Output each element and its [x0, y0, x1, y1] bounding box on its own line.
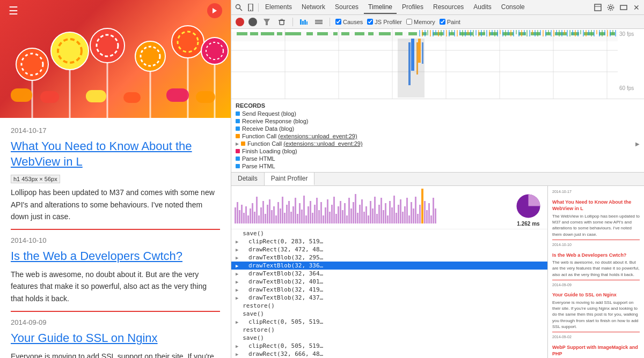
- tab-profiles[interactable]: Profiles: [398, 1, 428, 14]
- paint-cmd[interactable]: save(): [231, 334, 547, 342]
- svg-rect-173: [252, 203, 253, 223]
- bars-icon[interactable]: [298, 17, 309, 27]
- svg-rect-233: [380, 198, 382, 223]
- paint-cmd[interactable]: drawRect(32, 472, 48…: [231, 245, 547, 253]
- paint-cmd[interactable]: drawTextBlob(32, 364…: [231, 270, 547, 278]
- search-icon[interactable]: [233, 2, 244, 13]
- svg-rect-245: [406, 198, 408, 223]
- paint-cmd[interactable]: restore(): [231, 302, 547, 310]
- svg-rect-115: [492, 30, 493, 35]
- record-item[interactable]: Receive Response (blog): [231, 117, 644, 125]
- timeline-controls: Causes JS Profiler Memory Paint: [231, 15, 644, 29]
- svg-rect-98: [446, 30, 447, 36]
- tab-elements[interactable]: Elements: [261, 1, 296, 14]
- record-item[interactable]: Parse HTML: [231, 162, 644, 170]
- svg-rect-234: [383, 210, 384, 223]
- preview-panel: 2014-10-17 What You Need to Know About t…: [547, 186, 644, 358]
- paint-cmd[interactable]: clipRect(0, 505, 519…: [231, 342, 547, 350]
- post1-title[interactable]: What You Need to Know About the WebView …: [11, 139, 220, 169]
- paint-cmd-selected[interactable]: drawTextBlob(32, 336…: [231, 262, 547, 270]
- paint-cmd[interactable]: drawTextBlob(32, 419…: [231, 286, 547, 294]
- post2-title[interactable]: Is the Web a Developers Cwtch?: [11, 249, 220, 264]
- preview-title-3: Your Guide to SSL on Nginx: [552, 292, 640, 299]
- memory-checkbox[interactable]: Memory: [406, 19, 435, 25]
- close-icon[interactable]: ✕: [631, 2, 642, 13]
- svg-rect-220: [353, 202, 354, 223]
- svg-rect-105: [465, 30, 466, 36]
- svg-rect-209: [329, 212, 331, 223]
- svg-rect-133: [540, 30, 541, 35]
- nav-icon[interactable]: [211, 7, 218, 14]
- stop-button[interactable]: [248, 18, 257, 26]
- paint-cmd[interactable]: drawTextBlob(32, 295…: [231, 253, 547, 262]
- expand-arrow[interactable]: ▶: [635, 141, 640, 147]
- paint-checkbox[interactable]: Paint: [440, 19, 460, 25]
- record-color-dot: [236, 156, 240, 161]
- svg-rect-244: [404, 206, 406, 223]
- paint-cmd[interactable]: drawRect(32, 666, 48…: [231, 350, 547, 358]
- record-item[interactable]: Receive Data (blog): [231, 125, 644, 132]
- records-section: RECORDS Send Request (blog) Receive Resp…: [231, 99, 644, 172]
- svg-rect-212: [335, 214, 337, 223]
- svg-rect-192: [292, 206, 294, 223]
- dock-icon[interactable]: [592, 2, 603, 13]
- svg-marker-35: [264, 19, 270, 25]
- mobile-icon[interactable]: [245, 2, 256, 13]
- tab-timeline[interactable]: Timeline: [364, 1, 397, 14]
- paint-cmd[interactable]: save(): [231, 229, 547, 237]
- separator: [330, 18, 330, 26]
- tab-resources[interactable]: Resources: [429, 1, 468, 14]
- post3-title[interactable]: Your Guide to SSL on Nginx: [11, 331, 220, 346]
- svg-rect-151: [588, 30, 589, 35]
- hamburger-icon[interactable]: ☰: [9, 4, 18, 17]
- svg-rect-167: [239, 210, 240, 223]
- causes-checkbox[interactable]: Causes: [335, 19, 363, 25]
- svg-rect-168: [241, 205, 243, 223]
- trash-icon[interactable]: [276, 17, 287, 27]
- svg-rect-185: [277, 202, 279, 223]
- filter-icon[interactable]: [261, 17, 272, 27]
- svg-point-17: [201, 38, 228, 64]
- svg-rect-207: [325, 207, 326, 223]
- settings-icon[interactable]: [605, 2, 616, 13]
- svg-rect-124: [516, 30, 517, 34]
- svg-rect-129: [529, 30, 530, 36]
- svg-rect-172: [250, 208, 251, 223]
- tab-console[interactable]: Console: [497, 1, 529, 14]
- svg-rect-189: [286, 205, 288, 223]
- svg-rect-247: [411, 202, 412, 223]
- svg-rect-93: [433, 30, 434, 36]
- svg-rect-22: [123, 92, 141, 103]
- tab-sources[interactable]: Sources: [331, 1, 363, 14]
- paint-cmd[interactable]: clipRect(0, 505, 519…: [231, 318, 547, 326]
- svg-rect-134: [543, 30, 544, 36]
- window-icon[interactable]: [618, 2, 629, 13]
- svg-rect-237: [389, 201, 391, 223]
- paint-cmd[interactable]: drawTextBlob(32, 401…: [231, 278, 547, 286]
- paint-cmd[interactable]: clipRect(0, 283, 519…: [231, 237, 547, 245]
- svg-rect-117: [497, 30, 498, 36]
- record-item[interactable]: Parse HTML: [231, 155, 644, 162]
- js-profiler-checkbox[interactable]: JS Profiler: [367, 19, 402, 25]
- tab-paint-profiler[interactable]: Paint Profiler: [265, 173, 315, 185]
- lines-icon[interactable]: [313, 17, 324, 27]
- record-button[interactable]: [236, 18, 244, 26]
- svg-rect-123: [513, 30, 514, 36]
- record-item[interactable]: Finish Loading (blog): [231, 147, 644, 155]
- svg-rect-170: [245, 206, 247, 223]
- tab-details[interactable]: Details: [231, 173, 265, 185]
- tab-network[interactable]: Network: [297, 1, 330, 14]
- post2-date: 2014-10-10: [11, 236, 220, 244]
- svg-rect-148: [580, 30, 581, 34]
- paint-cmd[interactable]: save(): [231, 310, 547, 318]
- svg-rect-56: [333, 32, 338, 35]
- svg-rect-54: [306, 32, 313, 35]
- paint-cmd[interactable]: drawTextBlob(32, 437…: [231, 294, 547, 302]
- paint-cmd[interactable]: restore(): [231, 326, 547, 334]
- record-item[interactable]: Function Call (extensions::unload_event:…: [231, 132, 644, 140]
- tab-audits[interactable]: Audits: [469, 1, 495, 14]
- record-item-expandable[interactable]: Function Call (extensions::unload_event:…: [231, 140, 644, 147]
- svg-rect-161: [615, 30, 616, 36]
- svg-rect-160: [612, 30, 613, 34]
- record-item[interactable]: Send Request (blog): [231, 110, 644, 117]
